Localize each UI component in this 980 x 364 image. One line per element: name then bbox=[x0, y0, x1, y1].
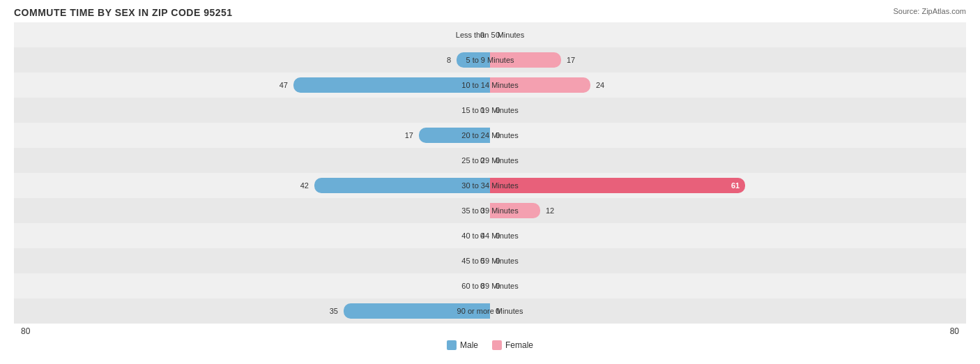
female-bar bbox=[490, 178, 745, 193]
male-value: 47 bbox=[280, 81, 288, 89]
table-row: 45 to 59 Minutes00 bbox=[14, 248, 966, 273]
row-label: 40 to 44 Minutes bbox=[461, 232, 518, 240]
table-row: Less than 5 Minutes00 bbox=[14, 22, 966, 47]
table-row: 5 to 9 Minutes817 bbox=[14, 47, 966, 73]
row-label: 45 to 59 Minutes bbox=[461, 257, 518, 265]
legend-female-box bbox=[492, 340, 502, 350]
chart-container: COMMUTE TIME BY SEX IN ZIP CODE 95251 So… bbox=[0, 0, 980, 364]
legend: Male Female bbox=[14, 340, 966, 350]
row-label: 10 to 14 Minutes bbox=[461, 81, 518, 89]
source-text: Source: ZipAtlas.com bbox=[893, 7, 966, 15]
table-row: 30 to 34 Minutes4261 bbox=[14, 173, 966, 198]
row-label: 15 to 19 Minutes bbox=[461, 106, 518, 114]
female-value: 17 bbox=[567, 56, 575, 64]
legend-female-label: Female bbox=[505, 340, 533, 350]
table-row: 10 to 14 Minutes4724 bbox=[14, 73, 966, 98]
male-value: 42 bbox=[300, 181, 309, 190]
male-value: 35 bbox=[330, 307, 338, 315]
table-row: 60 to 89 Minutes00 bbox=[14, 273, 966, 298]
table-row: 25 to 29 Minutes00 bbox=[14, 148, 966, 173]
legend-female: Female bbox=[492, 340, 533, 350]
table-row: 35 to 39 Minutes120 bbox=[14, 198, 966, 223]
table-row: 20 to 24 Minutes170 bbox=[14, 123, 966, 148]
legend-male: Male bbox=[447, 340, 478, 350]
table-row: 40 to 44 Minutes00 bbox=[14, 223, 966, 248]
legend-male-box bbox=[447, 340, 457, 350]
row-label: 20 to 24 Minutes bbox=[461, 131, 518, 139]
row-label: 35 to 39 Minutes bbox=[461, 206, 518, 215]
table-row: 90 or more Minutes350 bbox=[14, 298, 966, 324]
female-value: 12 bbox=[546, 206, 554, 215]
row-label: 5 to 9 Minutes bbox=[466, 56, 514, 64]
male-bar bbox=[293, 77, 490, 93]
axis-row: 80 80 bbox=[14, 326, 966, 336]
legend-male-label: Male bbox=[460, 340, 478, 350]
row-label: Less than 5 Minutes bbox=[456, 31, 524, 39]
female-value: 24 bbox=[596, 81, 604, 89]
row-label: 25 to 29 Minutes bbox=[461, 156, 518, 165]
axis-right: 80 bbox=[490, 326, 966, 336]
male-value: 8 bbox=[447, 56, 451, 64]
axis-left: 80 bbox=[14, 326, 490, 336]
female-value: 61 bbox=[731, 178, 740, 193]
chart-title: COMMUTE TIME BY SEX IN ZIP CODE 95251 bbox=[14, 7, 966, 18]
row-label: 90 or more Minutes bbox=[457, 307, 523, 315]
chart-rows-wrapper: Less than 5 Minutes005 to 9 Minutes81710… bbox=[14, 22, 966, 324]
row-label: 60 to 89 Minutes bbox=[461, 282, 518, 290]
row-label: 30 to 34 Minutes bbox=[461, 181, 518, 190]
table-row: 15 to 19 Minutes00 bbox=[14, 98, 966, 123]
male-value: 17 bbox=[405, 131, 413, 139]
